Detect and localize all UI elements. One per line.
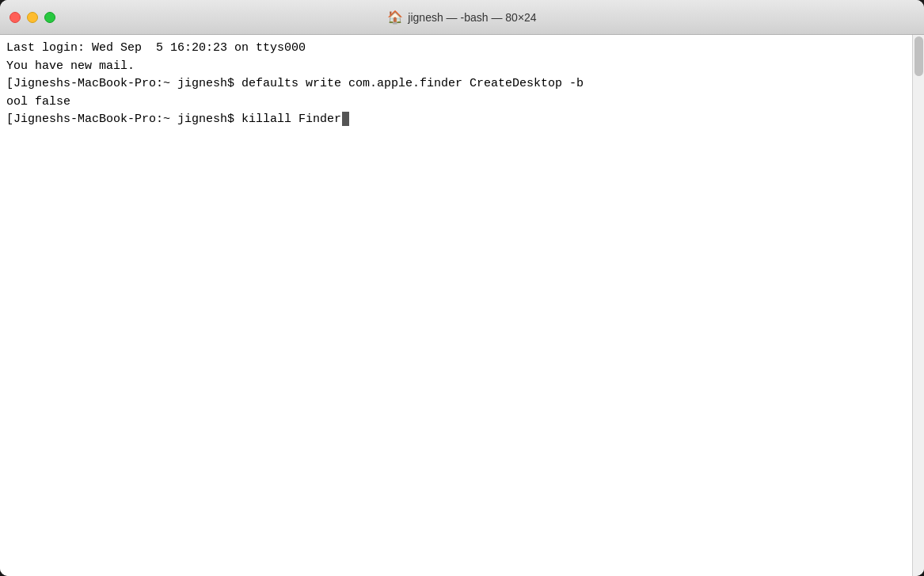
scrollbar[interactable] (912, 35, 924, 576)
titlebar: 🏠 jignesh — -bash — 80×24 (0, 0, 924, 35)
title-text: jignesh — -bash — 80×24 (408, 11, 536, 24)
minimize-button[interactable] (27, 12, 38, 23)
terminal-body[interactable]: Last login: Wed Sep 5 16:20:23 on ttys00… (0, 35, 912, 576)
close-button[interactable] (10, 12, 21, 23)
text-cursor (342, 112, 349, 126)
terminal-line-2: You have new mail. (6, 58, 906, 76)
window-title: 🏠 jignesh — -bash — 80×24 (387, 10, 536, 25)
terminal-window: 🏠 jignesh — -bash — 80×24 Last login: We… (0, 0, 924, 576)
window-controls (10, 12, 55, 23)
house-icon: 🏠 (387, 10, 403, 25)
terminal-line-4: ool false (6, 93, 906, 112)
maximize-button[interactable] (44, 12, 55, 23)
terminal-line-5: [Jigneshs-MacBook-Pro:~ jignesh$ killall… (6, 111, 906, 129)
terminal-line-1: Last login: Wed Sep 5 16:20:23 on ttys00… (6, 40, 906, 58)
content-area: Last login: Wed Sep 5 16:20:23 on ttys00… (0, 35, 924, 576)
scrollbar-thumb[interactable] (914, 36, 923, 76)
terminal-line-3: [Jigneshs-MacBook-Pro:~ jignesh$ default… (6, 75, 906, 93)
